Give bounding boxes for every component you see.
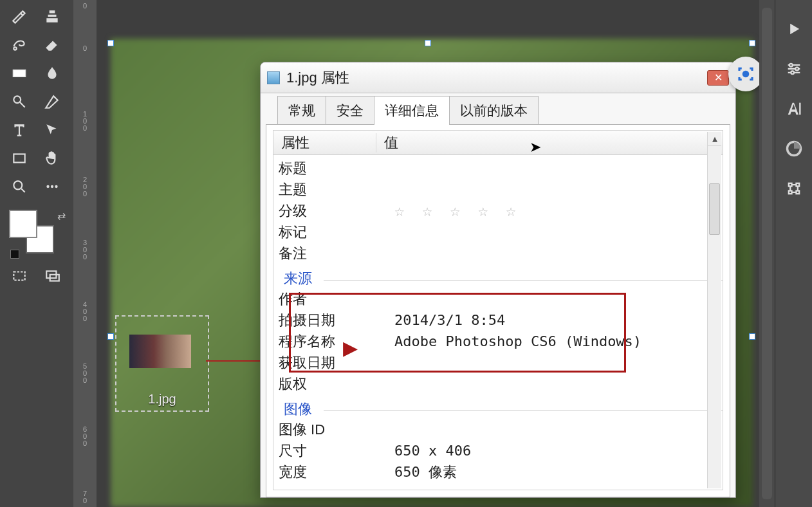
tab-details[interactable]: 详细信息 xyxy=(374,96,450,125)
table-row: 标题 xyxy=(279,158,723,179)
svg-point-14 xyxy=(791,71,794,75)
svg-rect-17 xyxy=(796,183,799,187)
cursor-icon: ➤ xyxy=(530,139,541,156)
properties-rows: 标题 主题 分级☆ ☆ ☆ ☆ ☆ 标记 备注 来源 作者 拍摄日期2014/3… xyxy=(273,155,723,483)
selection-handle[interactable] xyxy=(107,40,114,46)
tab-panel-details: 属性 值 标题 主题 分级☆ ☆ ☆ ☆ ☆ 标记 备注 来源 作者 xyxy=(266,124,730,497)
col-attr: 属性 xyxy=(273,133,376,152)
table-row: 宽度650 像素 xyxy=(279,461,723,483)
thumbnail-image xyxy=(129,335,191,368)
svg-point-4 xyxy=(14,181,22,189)
canvas-area[interactable]: 1.jpg 1.jpg 属性 ✕ 常规 安全 详细信息 以前的版本 xyxy=(97,0,759,507)
properties-table: 属性 值 标题 主题 分级☆ ☆ ☆ ☆ ☆ 标记 备注 来源 作者 xyxy=(273,130,723,490)
ruler-mark: 7 0 xyxy=(76,490,94,504)
ruler-mark: 1 0 0 xyxy=(76,111,94,132)
adjustments-icon[interactable] xyxy=(783,58,805,80)
swap-colors-icon[interactable]: ⇄ xyxy=(57,210,66,222)
svg-rect-8 xyxy=(14,272,24,281)
svg-point-11 xyxy=(743,71,748,77)
svg-rect-16 xyxy=(788,183,791,187)
section-source: 来源 xyxy=(284,268,723,289)
table-row: 备注 xyxy=(279,243,723,264)
move-tool-icon[interactable] xyxy=(38,118,66,142)
ruler-mark: 2 0 0 xyxy=(76,176,94,198)
thumbnail-label: 1.jpg xyxy=(116,392,208,407)
canvas-scrollbar[interactable] xyxy=(759,0,775,507)
table-row: 分级☆ ☆ ☆ ☆ ☆ xyxy=(279,200,723,221)
selection-handle[interactable] xyxy=(107,333,114,340)
annotation-arrow-icon: ▶ xyxy=(343,336,358,359)
left-toolbar: ⇄ xyxy=(0,0,73,507)
selection-handle[interactable] xyxy=(749,333,755,340)
hand-tool-icon[interactable] xyxy=(38,147,66,170)
character-panel-icon[interactable] xyxy=(783,98,805,120)
thumbnail-selection: 1.jpg xyxy=(115,315,209,412)
color-wheel-icon[interactable] xyxy=(783,138,805,160)
table-row: 主题 xyxy=(279,179,723,200)
right-panel xyxy=(775,0,812,507)
tab-previous-versions[interactable]: 以前的版本 xyxy=(449,96,539,125)
foreground-color-swatch[interactable] xyxy=(9,210,37,238)
svg-rect-3 xyxy=(14,154,24,163)
pen-tool-icon[interactable] xyxy=(38,90,66,113)
transform-panel-icon[interactable] xyxy=(783,178,805,199)
svg-point-6 xyxy=(51,185,53,188)
dialog-titlebar[interactable]: 1.jpg 属性 ✕ xyxy=(261,62,735,93)
selection-handle[interactable] xyxy=(749,40,755,46)
svg-point-12 xyxy=(789,64,793,67)
capture-badge-icon[interactable] xyxy=(728,57,759,91)
svg-point-0 xyxy=(14,47,16,50)
section-image: 图像 xyxy=(284,398,723,419)
quick-mask-icon[interactable] xyxy=(8,266,31,286)
vertical-ruler: 0 0 1 0 0 2 0 0 3 0 0 4 0 0 5 0 0 6 0 0 … xyxy=(73,0,97,507)
eraser-tool-icon[interactable] xyxy=(38,33,66,57)
more-tool-icon[interactable] xyxy=(38,175,66,198)
zoom-tool-icon[interactable] xyxy=(5,175,33,198)
rating-stars[interactable]: ☆ ☆ ☆ ☆ ☆ xyxy=(394,200,723,221)
shape-tool-icon[interactable] xyxy=(5,147,33,170)
dialog-tabs: 常规 安全 详细信息 以前的版本 xyxy=(266,96,730,125)
table-row: 图像 ID xyxy=(279,419,723,440)
svg-point-13 xyxy=(795,68,798,71)
default-colors-icon[interactable] xyxy=(10,250,19,259)
tab-security[interactable]: 安全 xyxy=(326,96,374,125)
ruler-mark: 6 0 0 xyxy=(76,426,94,447)
ruler-mark: 0 xyxy=(76,3,94,10)
gradient-tool-icon[interactable] xyxy=(5,62,33,85)
table-row: 标记 xyxy=(279,221,723,243)
scroll-up-icon[interactable]: ▴ xyxy=(708,132,721,146)
properties-dialog: 1.jpg 属性 ✕ 常规 安全 详细信息 以前的版本 属性 值 xyxy=(260,62,736,498)
svg-point-7 xyxy=(55,185,57,188)
ruler-mark: 3 0 0 xyxy=(76,239,94,261)
dodge-tool-icon[interactable] xyxy=(5,90,33,113)
play-icon[interactable] xyxy=(783,18,805,40)
scroll-thumb[interactable] xyxy=(709,183,720,235)
table-row: 作者 xyxy=(279,288,723,309)
ruler-mark: 5 0 0 xyxy=(76,363,94,384)
table-row: 尺寸650 x 406 xyxy=(279,440,723,461)
tab-general[interactable]: 常规 xyxy=(277,96,326,125)
svg-rect-18 xyxy=(788,191,791,194)
text-tool-icon[interactable] xyxy=(5,118,33,142)
svg-point-5 xyxy=(46,185,49,188)
table-row: 版权 xyxy=(279,373,723,394)
stamp-tool-icon[interactable] xyxy=(38,5,66,28)
table-scrollbar[interactable]: ▴ xyxy=(707,132,721,488)
selection-handle[interactable] xyxy=(425,40,431,46)
brush-tool-icon[interactable] xyxy=(5,5,33,28)
screen-mode-icon[interactable] xyxy=(41,266,64,286)
blur-tool-icon[interactable] xyxy=(38,62,66,85)
file-icon xyxy=(267,71,280,84)
svg-point-2 xyxy=(14,96,21,103)
dialog-title: 1.jpg 属性 xyxy=(286,68,349,88)
table-row: 拍摄日期2014/3/1 8:54 xyxy=(279,309,723,331)
svg-rect-19 xyxy=(796,191,799,194)
ruler-mark: 0 xyxy=(76,45,94,52)
ruler-mark: 4 0 0 xyxy=(76,301,94,322)
close-button[interactable]: ✕ xyxy=(707,70,729,86)
healing-tool-icon[interactable] xyxy=(5,33,33,57)
svg-rect-1 xyxy=(13,70,26,77)
col-value: 值 xyxy=(376,133,723,152)
color-swatches[interactable]: ⇄ xyxy=(4,206,69,257)
